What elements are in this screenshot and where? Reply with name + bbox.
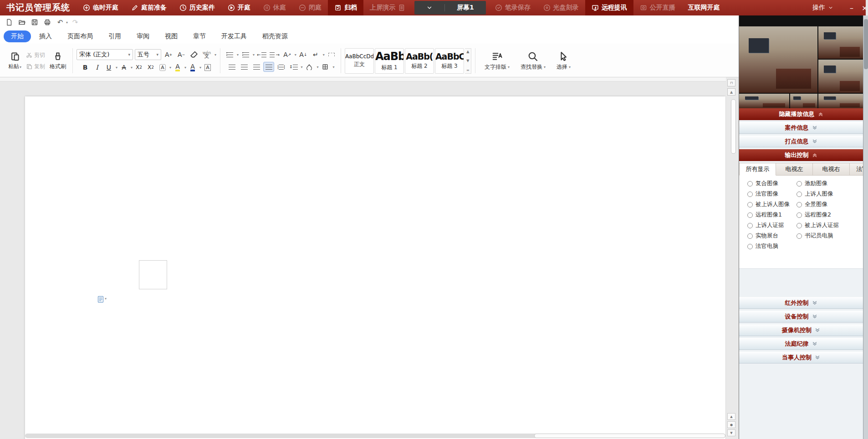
radio-icon[interactable] <box>747 223 753 228</box>
tab-review[interactable]: 审阅 <box>129 30 157 42</box>
chevron-down-icon[interactable]: ▾ <box>323 53 325 57</box>
option-exhibit-stand[interactable]: 实物展台 <box>747 232 797 240</box>
topbar-item-archive[interactable]: 归档 <box>328 0 363 15</box>
underline-button[interactable]: U <box>103 62 114 72</box>
format-painter-button[interactable]: 格式刷 <box>47 50 69 71</box>
scroll-up-icon[interactable]: ▲ <box>727 88 735 96</box>
decrease-indent-icon[interactable]: ← <box>256 50 267 60</box>
chevron-down-icon[interactable]: ▾ <box>332 65 334 69</box>
tab-view[interactable]: 视图 <box>158 30 185 42</box>
option-judge-computer[interactable]: 法官电脑 <box>747 242 797 251</box>
new-document-icon[interactable] <box>4 17 15 28</box>
video-feed-bottom-3[interactable] <box>818 94 863 108</box>
text-effects-button[interactable]: A <box>157 62 168 72</box>
option-composite-image[interactable]: 复合图像 <box>747 179 797 188</box>
select-button[interactable]: 选择▾ <box>551 51 576 71</box>
align-left-icon[interactable] <box>226 62 237 72</box>
style-normal[interactable]: AaBbCcDd 正文 <box>345 48 374 74</box>
option-incentive-image[interactable]: 激励图像 <box>797 179 863 188</box>
bullet-list-icon[interactable] <box>224 50 235 60</box>
topbar-item-remote-arraignment[interactable]: 远程提讯 <box>585 0 633 15</box>
chevron-down-icon[interactable]: ▾ <box>237 53 239 57</box>
print-icon[interactable] <box>42 17 53 28</box>
option-appellee-image[interactable]: 被上诉人图像 <box>747 200 797 209</box>
option-judge-image[interactable]: 法官图像 <box>747 190 797 198</box>
section-court-discipline[interactable]: 法庭纪律 <box>739 338 863 350</box>
video-feed-bottom-2[interactable] <box>790 94 817 108</box>
option-appellee-evidence[interactable]: 被上诉人证据 <box>797 221 863 230</box>
browse-object-icon[interactable]: ● <box>727 421 735 428</box>
chevron-down-icon[interactable]: ▾ <box>131 66 133 70</box>
video-feed-bottom-1[interactable] <box>739 94 789 108</box>
output-tab-tv-right[interactable]: 电视右 <box>813 163 850 176</box>
tab-insert[interactable]: 插入 <box>32 30 59 42</box>
bold-button[interactable]: B <box>80 62 91 72</box>
scroll-down-icon[interactable]: ▼ <box>466 59 469 63</box>
distribute-icon[interactable]: || <box>276 62 286 72</box>
horizontal-scrollbar[interactable] <box>25 434 725 438</box>
topbar-item-open-court[interactable]: 开庭 <box>221 0 257 15</box>
line-spacing-icon[interactable]: ↕ <box>288 62 299 72</box>
output-tab-all-displays[interactable]: 所有显示 <box>739 163 776 176</box>
radio-icon[interactable] <box>797 202 802 207</box>
sort-icon[interactable]: A↓ <box>298 50 309 60</box>
topbar-item-internet-court[interactable]: 互联网开庭 <box>682 0 726 15</box>
style-heading2[interactable]: AaBb( 标题 2 <box>405 48 434 74</box>
radio-icon[interactable] <box>797 181 802 187</box>
tab-docer-resources[interactable]: 稻壳资源 <box>255 30 295 42</box>
section-case-info[interactable]: 案件信息 <box>739 122 863 134</box>
font-color-button[interactable]: A <box>187 62 198 72</box>
radio-icon[interactable] <box>747 244 753 249</box>
radio-icon[interactable] <box>797 212 802 218</box>
video-feed-main[interactable] <box>739 26 817 93</box>
text-direction-icon[interactable]: A↗ <box>282 50 293 60</box>
option-clerk-computer[interactable]: 书记员电脑 <box>797 232 863 240</box>
font-size-select[interactable]: 五号▾ <box>135 49 161 60</box>
tab-page-layout[interactable]: 页面布局 <box>60 30 100 42</box>
video-monitor-wall[interactable] <box>739 15 863 108</box>
paragraph-mark-icon[interactable]: ↵ <box>310 50 321 60</box>
borders-icon[interactable] <box>320 62 331 72</box>
option-appellant-evidence[interactable]: 上诉人证据 <box>747 221 797 230</box>
section-hide-play-info[interactable]: 隐藏播放信息 <box>739 108 863 120</box>
radio-icon[interactable] <box>747 212 753 218</box>
section-infrared-control[interactable]: 红外控制 <box>739 297 863 309</box>
increase-indent-icon[interactable]: → <box>269 50 280 60</box>
section-camera-control[interactable]: 摄像机控制 <box>739 324 863 336</box>
justify-icon[interactable] <box>263 62 274 72</box>
section-output-control[interactable]: 输出控制 <box>739 149 863 161</box>
clear-format-button[interactable] <box>189 50 199 60</box>
italic-button[interactable]: I <box>92 62 102 72</box>
subscript-button[interactable]: X2 <box>145 62 156 72</box>
gallery-more-icon[interactable]: ≡ <box>466 68 470 72</box>
option-appellant-image[interactable]: 上诉人图像 <box>797 190 863 198</box>
screen-label[interactable]: 屏幕1 <box>445 4 486 12</box>
document-page[interactable] <box>25 96 725 439</box>
paste-button[interactable]: 粘贴▾ <box>5 50 24 71</box>
panel-scrollbar-thumb[interactable] <box>864 19 868 69</box>
video-feed-right-1[interactable] <box>818 26 863 59</box>
option-remote-image-2[interactable]: 远程图像2 <box>797 211 863 219</box>
styles-gallery-scroll[interactable]: ▲ ▼ ≡ <box>465 48 471 74</box>
save-icon[interactable] <box>29 17 40 28</box>
undo-button[interactable]: ↶ ▾ <box>55 17 68 28</box>
option-panorama-image[interactable]: 全景图像 <box>797 200 863 209</box>
chevron-down-icon[interactable]: ▾ <box>295 53 296 57</box>
panel-scrollbar[interactable] <box>863 15 868 439</box>
chevron-down-icon[interactable]: ▾ <box>253 53 255 57</box>
radio-icon[interactable] <box>797 223 802 228</box>
output-tab-judge[interactable]: 法官 <box>850 163 863 176</box>
minimize-button[interactable]: – <box>842 0 862 15</box>
tab-section[interactable]: 章节 <box>186 30 213 42</box>
radio-icon[interactable] <box>747 181 753 187</box>
numbered-list-icon[interactable] <box>240 50 251 60</box>
font-family-select[interactable]: 宋体 (正文)▾ <box>77 49 133 60</box>
find-replace-button[interactable]: 查找替换▾ <box>515 51 551 71</box>
radio-icon[interactable] <box>747 202 753 207</box>
decrease-font-button[interactable]: A− <box>176 50 187 60</box>
next-page-icon[interactable]: ▼ <box>727 429 735 436</box>
video-feed-right-2[interactable] <box>818 60 863 93</box>
ruler-toggle-icon[interactable]: ⊓ <box>727 79 735 86</box>
previous-page-icon[interactable]: ▲ <box>727 413 735 420</box>
section-device-control[interactable]: 设备控制 <box>739 311 863 323</box>
